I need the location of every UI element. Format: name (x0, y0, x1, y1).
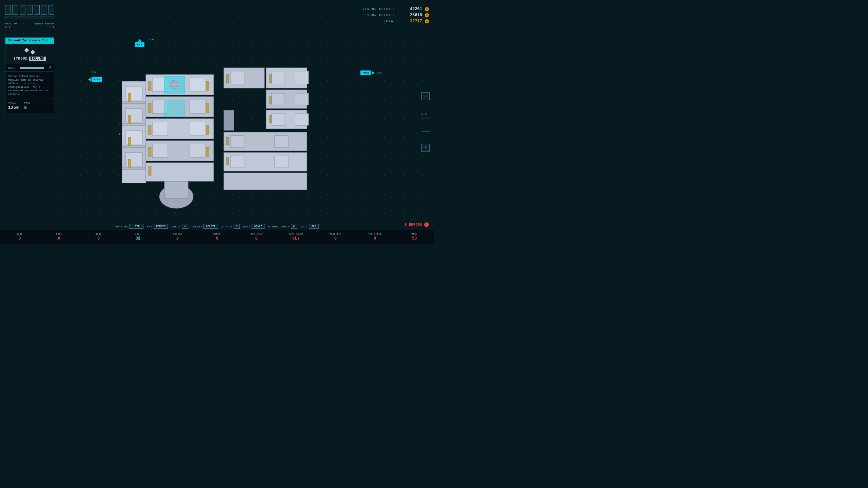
stat-name-4: SHIELD (173, 233, 182, 236)
svg-rect-29 (149, 81, 151, 91)
s180-label: S180 (88, 77, 102, 82)
mass-label: MASS (24, 102, 31, 104)
stat-block-mass: MASS53 (395, 230, 434, 244)
svg-rect-59 (226, 75, 229, 83)
edit-key[interactable]: SPACE (252, 224, 265, 229)
stat-name-3: HULL (135, 233, 141, 236)
value-label: VALUE (8, 102, 19, 104)
credits-panel: VENDOR CREDITS 42261 ⊙ YOUR CREDITS 2661… (362, 7, 429, 25)
manufacturer-logo-area: STROUD EKLUND (5, 44, 54, 64)
svg-text:›: › (119, 132, 121, 136)
options-control: OPTIONS L CTRL (115, 224, 143, 229)
svg-text:›: › (119, 122, 121, 125)
svg-rect-13 (128, 159, 131, 168)
port-label-box: PORT (360, 70, 371, 75)
flight-check-label: FLIGHT CHECK (268, 225, 290, 228)
aft-arrow-icon (138, 39, 141, 42)
svg-rect-34 (206, 81, 209, 91)
stat-name-2: NONE (96, 233, 102, 236)
svg-rect-39 (170, 83, 179, 87)
aft-measure: 21M (149, 38, 154, 41)
f-button[interactable]: F (421, 144, 430, 152)
hull-label: HULL (8, 66, 15, 69)
vendor-credits-icon: ⊙ (425, 7, 429, 11)
svg-rect-12 (128, 137, 131, 146)
total-credits-icon: ⊙ (425, 19, 429, 23)
mass-block: MASS 8 (24, 102, 31, 110)
top-left-panel: REACTOR EQUIP POWER 0 ▼ 0 ▼ (5, 5, 54, 29)
svg-rect-30 (149, 103, 151, 113)
svg-rect-18 (146, 163, 214, 181)
your-credits-value: 26616 (398, 13, 422, 18)
hull-bar (20, 67, 44, 69)
hull-row: HULL 5 (5, 64, 54, 72)
stat-name-5: CARGO (213, 233, 221, 236)
flight-check-key[interactable]: C (291, 224, 297, 229)
svg-rect-36 (206, 125, 209, 135)
reactor-value: 0 ▼ (5, 26, 11, 29)
pan-key[interactable]: MOUSE3 (154, 224, 168, 229)
svg-rect-63 (226, 137, 229, 145)
your-credits-icon: ⊙ (425, 13, 429, 17)
your-credits-row: YOUR CREDITS 26616 ⊙ (362, 13, 429, 18)
logo-text-row: STROUD EKLUND (13, 57, 46, 61)
port-label: PORT 21M (360, 70, 381, 75)
options-label: OPTIONS (115, 225, 128, 228)
color-control: COLOR J (172, 224, 188, 229)
stat-block-hull: HULL31 (118, 230, 158, 244)
stat-name-10: MASS (411, 233, 417, 236)
errors-text: 9 ERRORS (405, 223, 422, 227)
stat-value-10: 53 (412, 236, 417, 241)
stat-name-8: MOBILITY (330, 233, 341, 236)
pan-control: PAN MOUSE3 (147, 224, 168, 229)
attach-control: ATTACH G (221, 224, 240, 229)
svg-rect-24 (190, 122, 205, 136)
module-slot-2[interactable] (12, 5, 18, 15)
stat-block-none: NONE0 (39, 230, 79, 244)
module-name: Stroud Infirmary 2x1 (8, 39, 48, 42)
module-slot-5[interactable] (34, 5, 40, 15)
svg-rect-10 (128, 93, 131, 102)
svg-rect-33 (149, 166, 151, 176)
svg-rect-51 (271, 93, 285, 105)
total-credits-label: TOTAL (384, 20, 396, 23)
color-key[interactable]: J (182, 224, 188, 229)
module-slot-1[interactable] (5, 5, 11, 15)
stat-value-4: 0 (176, 236, 179, 241)
module-slot-3[interactable] (20, 5, 25, 15)
svg-rect-50 (295, 71, 309, 84)
s12-value: S12 (92, 70, 96, 74)
mass-number: 8 (24, 105, 31, 110)
manufacturer-eklund: EKLUND (29, 57, 46, 61)
stats-values-row: 0 ▼ 0 ▼ (5, 26, 54, 29)
right-side-buttons: R 0 > — F (421, 92, 431, 152)
r-button[interactable]: R (421, 92, 430, 100)
hull-value: 5 (50, 66, 51, 69)
value-number: 1350 (8, 105, 19, 110)
options-key[interactable]: L CTRL (129, 224, 143, 229)
bottom-controls-bar: OPTIONS L CTRL PAN MOUSE3 COLOR J DELETE… (115, 224, 319, 229)
stat-name-9: TOP SPEED (368, 233, 382, 236)
stat-block-jump-range: JUMP RANGE0LY (276, 230, 316, 244)
module-slot-7[interactable] (48, 5, 54, 15)
svg-rect-56 (275, 136, 288, 147)
edit-label: EDIT (243, 225, 250, 228)
stat-block-shield: SHIELD0 (158, 230, 197, 244)
svg-rect-44 (224, 110, 234, 130)
module-slot-6[interactable] (41, 5, 47, 15)
svg-rect-48 (231, 71, 244, 84)
module-title-bar: Stroud Infirmary 2x1 (5, 38, 54, 44)
pan-label: PAN (147, 225, 153, 228)
value-mass-row: VALUE 1350 MASS 8 (5, 99, 54, 113)
svg-rect-61 (270, 97, 272, 104)
exit-key[interactable]: TAB (309, 224, 319, 229)
manufacturer-stroud: STROUD (13, 57, 27, 61)
bottom-stats-bar: NONE0NONE0NONE0HULL31SHIELD0CARGO0MAX CR… (0, 230, 434, 244)
module-slots (5, 5, 54, 15)
delete-key[interactable]: DELETE (204, 224, 218, 229)
your-credits-label: YOUR CREDITS (367, 14, 396, 17)
stat-name-6: MAX CREW (251, 233, 262, 236)
module-slot-4[interactable] (27, 5, 33, 15)
stat-name-0: NONE (17, 233, 23, 236)
attach-key[interactable]: G (234, 224, 240, 229)
